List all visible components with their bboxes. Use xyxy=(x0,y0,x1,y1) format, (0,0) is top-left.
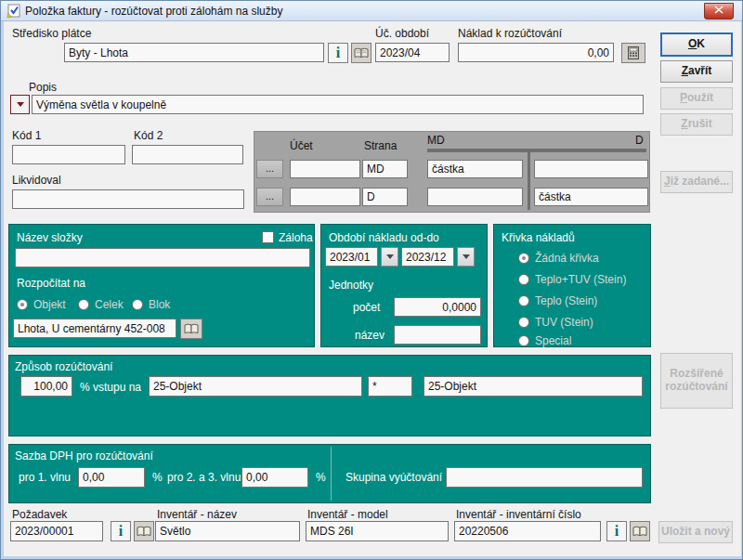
close-button[interactable] xyxy=(704,3,734,20)
calculator-button[interactable] xyxy=(621,43,645,63)
d-field-row1[interactable] xyxy=(534,160,648,178)
radio-celek-label[interactable]: Celek xyxy=(95,298,124,311)
radio-celek[interactable] xyxy=(78,299,89,310)
strana-header: Strana xyxy=(364,139,397,152)
inv-model-label: Inventář - model xyxy=(307,508,388,521)
pozadavek-field[interactable] xyxy=(10,521,103,541)
info-icon: i xyxy=(119,524,123,539)
vstup2-field[interactable] xyxy=(424,376,643,397)
radio-objekt[interactable] xyxy=(17,299,28,310)
zaloha-checkbox[interactable] xyxy=(262,231,274,243)
stredisko-field[interactable] xyxy=(64,43,324,62)
d-field-row2[interactable] xyxy=(534,188,648,206)
pocet-field[interactable] xyxy=(394,297,481,317)
obdobi-od-dropdown[interactable] xyxy=(381,247,398,267)
obdobi-label: Úč. období xyxy=(375,27,429,40)
obdobi-field[interactable] xyxy=(375,43,450,62)
popis-dropdown-button[interactable] xyxy=(10,95,30,114)
ulozit-a-novy-button[interactable]: Uložit a nový xyxy=(658,521,733,543)
vstup1-field[interactable] xyxy=(149,376,362,397)
md-field-row2[interactable] xyxy=(427,188,523,206)
skupina-field[interactable] xyxy=(446,467,643,488)
radio-objekt-label[interactable]: Objekt xyxy=(33,298,66,311)
pozadavek-label: Požadavek xyxy=(12,508,67,521)
jednotky-label: Jednotky xyxy=(329,279,373,292)
popis-field[interactable] xyxy=(32,95,644,114)
radio-tuv[interactable] xyxy=(518,317,529,328)
inv-cislo-field[interactable] xyxy=(454,521,601,541)
stredisko-info-button[interactable]: i xyxy=(328,43,348,63)
nazev-slozky-field[interactable] xyxy=(15,248,310,267)
dph-label: Sazba DPH pro rozúčtování xyxy=(15,449,153,462)
vlna23-field[interactable] xyxy=(241,467,308,488)
radio-teplo-label[interactable]: Teplo (Stein) xyxy=(535,294,597,307)
nazev-slozky-label: Název složky xyxy=(17,231,83,244)
radio-zadna-krivka-label[interactable]: Žádná křivka xyxy=(535,252,599,265)
md-d-bar xyxy=(427,149,646,152)
skupina-label: Skupina vyúčtování xyxy=(345,471,442,484)
zaloha-label: Záloha xyxy=(279,231,313,244)
dph-panel: Sazba DPH pro rozúčtování pro 1. vlnu % … xyxy=(8,444,651,503)
md-field-row1[interactable] xyxy=(427,160,523,178)
strana-field-row2[interactable] xyxy=(362,188,408,206)
percent-label-1: % xyxy=(152,471,163,484)
book-icon xyxy=(354,47,369,59)
obdobi-od-field[interactable] xyxy=(325,247,378,267)
strana-field-row1[interactable] xyxy=(362,160,408,178)
radio-teplo[interactable] xyxy=(518,295,529,306)
radio-blok-label[interactable]: Blok xyxy=(149,298,170,311)
inv-nazev-label: Inventář - název xyxy=(157,508,237,521)
pozadavek-lookup-button[interactable] xyxy=(134,521,154,541)
info-icon: i xyxy=(615,524,619,539)
radio-zadna-krivka[interactable] xyxy=(518,253,529,264)
radio-blok[interactable] xyxy=(132,299,143,310)
chevron-down-icon xyxy=(386,254,394,259)
kod1-field[interactable] xyxy=(12,145,125,164)
procento-field[interactable] xyxy=(20,376,72,397)
pozadavek-info-button[interactable]: i xyxy=(111,521,131,541)
likvidoval-label: Likvidoval xyxy=(12,174,61,187)
naklad-field[interactable] xyxy=(458,43,614,62)
inv-nazev-field[interactable] xyxy=(155,521,300,541)
dialog-window: Položka faktury - rozúčtovat proti záloh… xyxy=(0,0,743,560)
frame-left xyxy=(1,21,4,557)
radio-teplo-tuv[interactable] xyxy=(518,274,529,285)
inventar-info-button[interactable]: i xyxy=(606,521,627,541)
zrusit-button[interactable]: Zrušit xyxy=(660,113,733,136)
kod2-field[interactable] xyxy=(132,145,243,164)
objekt-lookup-button[interactable] xyxy=(180,319,202,339)
operator-field[interactable] xyxy=(368,376,412,397)
stredisko-lookup-button[interactable] xyxy=(351,43,372,63)
vlna1-label: pro 1. vlnu xyxy=(19,471,71,484)
account-more-button[interactable]: ... xyxy=(256,188,283,206)
zavrit-button[interactable]: Zavřít xyxy=(660,60,733,83)
nazev-jednotky-field[interactable] xyxy=(394,325,481,345)
ucet-field-row1[interactable] xyxy=(290,160,360,178)
ucet-field-row2[interactable] xyxy=(290,188,360,206)
radio-special[interactable] xyxy=(518,335,529,346)
book-icon xyxy=(184,323,199,334)
likvidoval-field[interactable] xyxy=(12,189,244,209)
ok-button[interactable]: OK xyxy=(660,33,733,57)
chevron-down-icon xyxy=(463,254,470,259)
radio-teplo-tuv-label[interactable]: Teplo+TUV (Stein) xyxy=(535,273,626,286)
obdobi-do-field[interactable] xyxy=(401,247,454,267)
md-header: MD xyxy=(427,134,445,147)
nazev-jednotky-label: název xyxy=(355,329,385,342)
kod2-label: Kód 2 xyxy=(134,129,163,142)
obdobi-do-dropdown[interactable] xyxy=(457,247,475,267)
vlna1-field[interactable] xyxy=(78,467,145,488)
objekt-field[interactable] xyxy=(13,319,176,338)
radio-tuv-label[interactable]: TUV (Stein) xyxy=(535,316,593,329)
inventar-lookup-button[interactable] xyxy=(630,521,650,541)
naklad-label: Náklad k rozúčtování xyxy=(458,27,562,40)
title-bar[interactable]: Položka faktury - rozúčtovat proti záloh… xyxy=(1,1,743,21)
kod1-label: Kód 1 xyxy=(12,129,41,142)
rozsirene-button[interactable]: Rozšířené rozúčtování xyxy=(660,353,733,409)
account-more-button[interactable]: ... xyxy=(256,160,283,178)
radio-special-label[interactable]: Special xyxy=(535,334,571,347)
pouzit-button[interactable]: Použít xyxy=(660,87,733,110)
inv-model-field[interactable] xyxy=(306,521,449,541)
jiz-zadane-button[interactable]: Již zadané... xyxy=(660,171,733,193)
book-icon xyxy=(632,526,647,537)
